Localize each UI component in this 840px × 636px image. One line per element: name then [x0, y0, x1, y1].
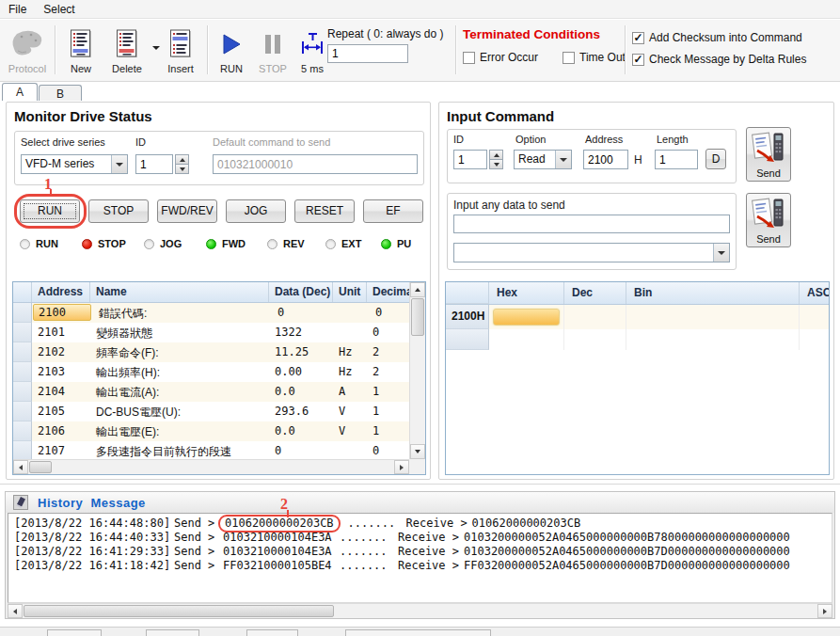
- send-icon: [747, 196, 790, 232]
- cmd-id-spinner[interactable]: [489, 150, 503, 169]
- spin-up-icon[interactable]: [175, 154, 189, 165]
- insert-button[interactable]: Insert: [160, 25, 201, 74]
- option-select[interactable]: Read: [514, 150, 572, 169]
- scroll-right-icon[interactable]: [817, 604, 832, 618]
- col-address[interactable]: Address: [32, 282, 90, 302]
- col-data-dec[interactable]: Data (Dec): [269, 282, 333, 302]
- table-row[interactable]: 2105 DC-BUS電壓(U): 293.6 V 1: [13, 402, 425, 421]
- time-out-checkbox[interactable]: Time Out: [563, 51, 626, 64]
- address-suffix-label: H: [634, 153, 642, 167]
- horizontal-scrollbar[interactable]: [13, 459, 409, 474]
- history-horizontal-scrollbar[interactable]: [8, 603, 832, 618]
- table-row[interactable]: 2101 變頻器狀態 1322 0: [13, 323, 425, 342]
- tab-b[interactable]: B: [39, 85, 82, 101]
- run-drive-button[interactable]: RUN: [20, 199, 80, 223]
- default-command-input[interactable]: [213, 154, 418, 174]
- check-message-checkbox[interactable]: ✓ Check Message by Delta Rules: [632, 53, 806, 66]
- col-decimal[interactable]: Decimal: [367, 282, 411, 302]
- col-name[interactable]: Name: [90, 282, 269, 302]
- drive-id-input[interactable]: [135, 154, 173, 174]
- status-segment: [246, 629, 298, 636]
- send-command-button[interactable]: Send: [746, 127, 791, 182]
- decimal-toggle-button[interactable]: D: [705, 149, 726, 169]
- delete-button[interactable]: Delete: [105, 25, 149, 74]
- row-header[interactable]: 2100H: [446, 305, 489, 329]
- chevron-down-icon[interactable]: [111, 155, 127, 173]
- status-led-jog: JOG: [144, 238, 182, 249]
- drive-id-spinner[interactable]: [175, 154, 189, 174]
- status-bar: [0, 627, 840, 636]
- scroll-right-icon[interactable]: [394, 460, 409, 474]
- input-command-title: Input Command: [447, 108, 554, 124]
- stop-drive-button[interactable]: STOP: [88, 199, 149, 223]
- send-any-data-button[interactable]: Send: [746, 193, 791, 247]
- spin-down-icon[interactable]: [175, 165, 189, 174]
- col-bin[interactable]: Bin: [626, 282, 800, 304]
- spin-up-icon[interactable]: [489, 150, 503, 160]
- delete-dropdown-arrow-icon[interactable]: [152, 46, 160, 50]
- protocol-icon: [8, 27, 46, 61]
- vertical-scrollbar[interactable]: [409, 282, 425, 459]
- ef-button[interactable]: EF: [363, 199, 423, 223]
- status-segment: [146, 629, 199, 636]
- repeat-input[interactable]: [327, 44, 408, 63]
- led-icon: [20, 239, 30, 249]
- tab-a[interactable]: A: [2, 83, 38, 101]
- address-input[interactable]: [583, 150, 628, 169]
- stop-button[interactable]: STOP: [254, 25, 292, 74]
- history-log[interactable]: [2013/8/22 16:44:48:80]Send >01062000000…: [8, 513, 832, 603]
- result-row-empty[interactable]: [446, 329, 829, 350]
- menu-select[interactable]: Select: [35, 1, 83, 18]
- scrollbar-thumb[interactable]: [24, 605, 334, 617]
- col-hex[interactable]: Hex: [489, 282, 564, 304]
- scrollbar-thumb[interactable]: [29, 461, 52, 473]
- table-row[interactable]: 2104 輸出電流(A): 0.0 A 1: [13, 382, 425, 402]
- jog-button[interactable]: JOG: [226, 199, 286, 223]
- fwd-rev-button[interactable]: FWD/REV: [157, 199, 217, 223]
- length-label: Length: [657, 134, 689, 145]
- col-dec[interactable]: Dec: [564, 282, 626, 304]
- status-segment: [47, 629, 102, 636]
- error-occur-checkbox[interactable]: Error Occur: [463, 51, 538, 64]
- add-checksum-checkbox[interactable]: ✓ Add Checksum into Command: [632, 31, 806, 44]
- scroll-down-icon[interactable]: [410, 444, 425, 459]
- scroll-left-icon[interactable]: [8, 604, 23, 618]
- any-data-input[interactable]: [453, 215, 730, 233]
- chevron-down-icon[interactable]: [713, 244, 729, 262]
- play-icon: [220, 27, 243, 61]
- spin-down-icon[interactable]: [489, 160, 503, 169]
- col-ascii[interactable]: ASCII: [800, 282, 829, 304]
- any-data-history-select[interactable]: [453, 243, 730, 262]
- led-icon: [267, 239, 277, 249]
- table-row[interactable]: 2107 多段速指令目前執行的段速 0 0: [13, 441, 425, 461]
- scroll-up-icon[interactable]: [410, 282, 425, 297]
- table-row[interactable]: 2103 輸出頻率(H): 0.00 Hz 2: [13, 362, 425, 382]
- scroll-left-icon[interactable]: [13, 460, 28, 474]
- hex-cell-selected[interactable]: [489, 305, 564, 329]
- menu-file[interactable]: File: [0, 1, 35, 18]
- table-header-row: Address Name Data (Dec) Unit Decimal: [13, 282, 425, 303]
- annotation-line-2: [287, 510, 289, 517]
- new-button[interactable]: New: [60, 25, 102, 74]
- interval-button[interactable]: 5 ms: [293, 25, 331, 74]
- col-unit[interactable]: Unit: [333, 282, 367, 302]
- protocol-button[interactable]: Protocol: [4, 25, 51, 74]
- chevron-down-icon[interactable]: [555, 151, 571, 168]
- run-button[interactable]: RUN: [213, 25, 250, 74]
- monitor-drive-status-panel: Monitor Drive Status Select drive series…: [6, 102, 431, 480]
- option-label: Option: [515, 134, 546, 145]
- any-data-group: Input any data to send: [447, 193, 737, 270]
- table-row[interactable]: 2106 輸出電壓(E): 0.0 V 1: [13, 421, 425, 441]
- length-input[interactable]: [655, 150, 698, 169]
- result-row-2100h[interactable]: 2100H: [446, 305, 829, 329]
- panel-divider: [0, 484, 840, 485]
- table-row[interactable]: 2100 錯誤代碼: 0 0: [13, 303, 425, 323]
- insert-document-icon: [168, 27, 193, 61]
- table-row[interactable]: 2102 頻率命令(F): 11.25 Hz 2: [13, 342, 425, 362]
- drive-series-select[interactable]: VFD-M series: [21, 154, 128, 174]
- reset-button[interactable]: RESET: [294, 199, 355, 223]
- cmd-id-input[interactable]: [453, 150, 487, 169]
- scrollbar-thumb[interactable]: [411, 298, 424, 336]
- selected-cell[interactable]: 2100: [33, 304, 91, 321]
- any-data-label: Input any data to send: [453, 199, 565, 212]
